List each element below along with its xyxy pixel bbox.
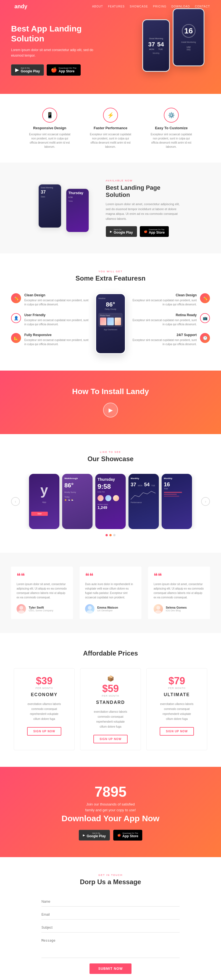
extra-badge: You Will Get: [11, 270, 210, 273]
per-economy: Per Month: [20, 687, 69, 689]
contact-header: Get In Touch Dorp Us a Message: [11, 874, 210, 886]
signup-economy[interactable]: Sign Up Now: [27, 727, 61, 736]
features-left-col: ✏️ Clean Design Excepteur sint occaecat …: [11, 293, 90, 346]
testimonial-text-2: Lorem ipsum dolor sit amet, consectetur …: [154, 582, 204, 600]
svg-point-0: [19, 606, 23, 610]
author-role-1: UX Developer: [97, 609, 118, 612]
svg-point-4: [156, 606, 160, 610]
showcase-badge: Like To See: [11, 451, 210, 453]
feat-icon-r0: ✏️: [200, 293, 210, 303]
contact-submit-button[interactable]: Submit Now: [89, 963, 132, 974]
feature-right-1: 📺 Retina Ready Excepteur sint occaecat c…: [131, 313, 210, 326]
feat-icon-r1: 📺: [200, 313, 210, 323]
svg-point-1: [18, 610, 25, 614]
available-app-store[interactable]: 🍎 Download On The App Store: [140, 226, 169, 237]
feature-customize-title: Easy To Customize: [149, 126, 193, 130]
slider-prev[interactable]: ‹: [11, 497, 20, 506]
quote-0: ❝❝: [17, 572, 67, 580]
avatar-tyler: [17, 604, 26, 614]
price-economy: $39: [20, 675, 69, 687]
hero-title: Best App Landing Solution: [11, 24, 99, 44]
feature-responsive-title: Responsive Design: [28, 126, 72, 130]
extra-features-title: Some Extra Featuresn: [11, 274, 210, 282]
join-text: Join our thousands of satisfied: [11, 802, 210, 806]
pricing-standard: 📦 $59 Per Month Standard exercitation ul…: [80, 668, 141, 750]
plan-ultimate: Ultimate: [152, 692, 201, 697]
testimonial-text-1: Duis aute irure dolor in reprehenderit i…: [85, 582, 136, 600]
features-standard: exercitation ullamco laboriscommodo cons…: [86, 710, 135, 729]
play-button[interactable]: ▶: [103, 402, 118, 417]
hero-description: Lorem ipsum dolor sit amet consectetur a…: [11, 48, 99, 58]
download-buttons: ▶ Get It On Google Play 🍎 Download On Th…: [11, 830, 210, 840]
author-name-2: Selena Gomes: [166, 606, 187, 609]
feature-performance-desc: Excepteur sint occaecat cupidatat non pr…: [88, 132, 133, 149]
nav-contact[interactable]: Contact: [195, 5, 210, 8]
features-economy: exercitation ullamco laboriscommodo cons…: [20, 702, 69, 722]
hero-text: Best App Landing Solution Lorem ipsum do…: [11, 24, 99, 75]
avatar-selena: [154, 604, 163, 614]
feat-icon-r2: 🕐: [200, 333, 210, 343]
nav-pricing[interactable]: Pricing: [153, 5, 167, 8]
pricing-title: Affordable Prices: [11, 649, 210, 657]
join-text2: family and get your copy to use!: [11, 808, 210, 812]
author-name-1: Emma Watson: [97, 606, 118, 609]
showcase-section: Like To See Our Showcase ‹ y App Start W…: [0, 434, 221, 553]
slide-2: Walkthrough 86° Mostly Sunny Today ☀️ 🌤 …: [62, 474, 92, 529]
pricing-header: Affordable Prices: [11, 649, 210, 657]
testimonial-text-0: Lorem ipsum dolor sit amet, consectetur …: [17, 582, 67, 600]
feature-responsive-desc: Excepteur sint occaecat cupidatat non pr…: [28, 132, 72, 149]
nav-links: About Features Showcase Pricing Download…: [92, 5, 210, 8]
navbar: Landy About Features Showcase Pricing Do…: [0, 0, 221, 13]
author-role-0: CEO, Some Company: [29, 609, 53, 612]
quote-2: ❝❝: [154, 572, 204, 580]
how-to-install-section: How To Install Landy ▶: [0, 371, 221, 434]
contact-email-input[interactable]: [41, 910, 180, 920]
available-section: Good Morning 37 Stats Thursday 9:58 Toda…: [0, 163, 221, 253]
customize-icon: ⚙️: [164, 108, 179, 123]
signup-standard[interactable]: Sign Up Now: [93, 735, 127, 743]
dot-1[interactable]: [105, 534, 108, 536]
app-store-button[interactable]: 🍎 Download On The App Store: [47, 64, 80, 76]
author-1: Emma Watson UX Developer: [85, 604, 136, 614]
nav-about[interactable]: About: [92, 5, 103, 8]
nav-logo[interactable]: Landy: [11, 3, 27, 10]
contact-section: Get In Touch Dorp Us a Message Submit No…: [0, 857, 221, 980]
pricing-grid: $39 Per Month Economy exercitation ullam…: [14, 668, 207, 750]
download-count: 7895: [11, 783, 210, 800]
dot-3[interactable]: [113, 534, 116, 536]
feature-left-0: ✏️ Clean Design Excepteur sint occaecat …: [11, 293, 90, 307]
author-role-2: iOS Dev Blog: [166, 609, 187, 612]
contact-name-input[interactable]: [41, 897, 180, 907]
slider-next[interactable]: ›: [201, 497, 210, 506]
contact-message-input[interactable]: [41, 936, 180, 958]
available-phone-1: Good Morning 37 Stats: [38, 184, 62, 228]
feature-customize: ⚙️ Easy To Customize Excepteur sint occa…: [149, 108, 193, 149]
available-google-play[interactable]: ▶ Get It On Google Play: [106, 226, 137, 237]
signup-ultimate[interactable]: Sign Up Now: [160, 727, 194, 736]
slide-4: Monthly 37 MON 54 TUE Performance: [129, 474, 159, 529]
slider-track: y App Start Walkthrough 86° Mostly Sunny…: [23, 474, 198, 529]
per-ultimate: Per Month: [152, 687, 201, 689]
play-icon: ▶: [110, 230, 112, 233]
feature-customize-desc: Excepteur sint occaecat cupidatat non pr…: [149, 132, 193, 149]
nav-features[interactable]: Features: [108, 5, 125, 8]
available-phone-2: Thursday 9:58 Today: [66, 188, 89, 232]
pricing-economy: $39 Per Month Economy exercitation ullam…: [14, 668, 75, 750]
feature-performance-title: Faster Performance: [88, 126, 133, 130]
download-app-store[interactable]: 🍎 Download On The App Store: [113, 830, 142, 840]
download-google-play[interactable]: ▶ Get It On Google Play: [79, 830, 110, 840]
testimonial-2: ❝❝ Lorem ipsum dolor sit amet, consectet…: [148, 566, 210, 619]
responsive-icon: 📱: [42, 108, 57, 123]
dot-2[interactable]: [110, 534, 111, 536]
price-ultimate: $79: [152, 675, 201, 687]
contact-subject-input[interactable]: [41, 923, 180, 932]
nav-showcase[interactable]: Showcase: [130, 5, 148, 8]
play-store-icon: ▶: [15, 67, 19, 73]
nav-download[interactable]: Download: [172, 5, 190, 8]
google-play-button[interactable]: ▶ Get It On Google Play: [11, 64, 44, 76]
contact-title: Dorp Us a Message: [11, 878, 210, 886]
feat-icon-1: 👤: [11, 313, 21, 323]
showcase-header: Like To See Our Showcase: [11, 451, 210, 463]
extra-features-header: You Will Get Some Extra Featuresn: [11, 270, 210, 282]
feat-icon-2: 📐: [11, 333, 21, 343]
